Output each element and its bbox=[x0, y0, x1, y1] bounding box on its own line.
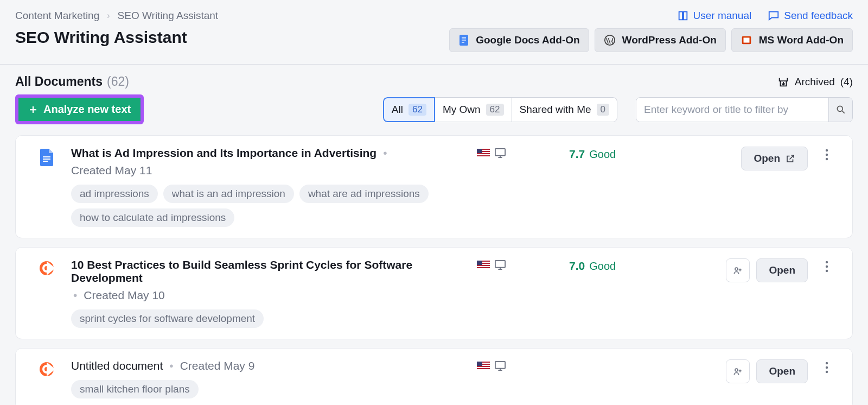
book-icon bbox=[677, 10, 689, 22]
filter-myown-label: My Own bbox=[443, 104, 481, 116]
score-label: Good bbox=[589, 148, 616, 161]
more-menu-button[interactable] bbox=[813, 359, 840, 374]
archived-count: (4) bbox=[840, 76, 853, 88]
keyword-tag[interactable]: how to calculate ad impressions bbox=[71, 208, 234, 227]
search-input[interactable] bbox=[636, 98, 828, 122]
svg-point-32 bbox=[826, 261, 828, 263]
svg-rect-44 bbox=[495, 362, 505, 369]
svg-point-33 bbox=[826, 265, 828, 268]
separator-dot: • bbox=[169, 359, 173, 372]
filter-tab-shared[interactable]: Shared with Me 0 bbox=[512, 97, 617, 122]
score-value: 7.0 bbox=[569, 260, 585, 273]
breadcrumb-root[interactable]: Content Marketing bbox=[15, 10, 99, 22]
document-title[interactable]: What is Ad Impression and Its Importance… bbox=[71, 147, 376, 160]
document-title-row: What is Ad Impression and Its Importance… bbox=[71, 147, 471, 177]
svg-rect-29 bbox=[477, 261, 482, 265]
svg-rect-1 bbox=[462, 37, 466, 39]
page-header: User manual Send feedback Content Market… bbox=[0, 0, 868, 60]
document-main: What is Ad Impression and Its Importance… bbox=[71, 147, 471, 227]
desktop-icon bbox=[494, 360, 506, 371]
flag-us-icon bbox=[477, 261, 490, 269]
semrush-icon bbox=[28, 258, 66, 277]
user-manual-link[interactable]: User manual bbox=[677, 10, 752, 22]
svg-point-48 bbox=[826, 371, 828, 373]
archived-label: Archived bbox=[795, 76, 835, 88]
keyword-tag[interactable]: what are ad impressions bbox=[299, 185, 429, 203]
svg-rect-14 bbox=[477, 154, 490, 155]
document-main: 10 Best Practices to Build Seamless Spri… bbox=[71, 258, 471, 328]
chevron-right-icon: › bbox=[107, 11, 110, 21]
svg-point-31 bbox=[735, 268, 738, 270]
open-button[interactable]: Open bbox=[741, 147, 808, 170]
desktop-icon bbox=[494, 260, 506, 270]
score-label: Good bbox=[589, 260, 616, 273]
open-label: Open bbox=[769, 365, 795, 377]
controls-row: Analyze new text All 62 My Own 62 Shared… bbox=[0, 94, 868, 135]
document-title[interactable]: Untitled document bbox=[71, 359, 163, 372]
keyword-tag[interactable]: sprint cycles for software development bbox=[71, 309, 264, 328]
svg-rect-6 bbox=[743, 37, 749, 42]
score-value: 7.7 bbox=[569, 148, 585, 161]
document-title-row: 10 Best Practices to Build Seamless Spri… bbox=[71, 258, 471, 302]
send-feedback-link[interactable]: Send feedback bbox=[768, 10, 853, 22]
more-menu-button[interactable] bbox=[813, 147, 840, 161]
open-label: Open bbox=[754, 153, 780, 164]
document-created: Created May 11 bbox=[71, 164, 152, 177]
document-title-row: Untitled document•Created May 9 bbox=[71, 359, 471, 372]
svg-rect-10 bbox=[43, 161, 48, 162]
filter-tabs: All 62 My Own 62 Shared with Me 0 bbox=[383, 97, 617, 122]
share-button[interactable] bbox=[726, 359, 750, 383]
search-wrap bbox=[636, 97, 853, 122]
svg-rect-8 bbox=[43, 156, 50, 157]
open-label: Open bbox=[769, 264, 795, 276]
plus-icon bbox=[28, 105, 38, 115]
svg-rect-27 bbox=[477, 266, 490, 267]
open-button[interactable]: Open bbox=[756, 359, 808, 383]
more-menu-button[interactable] bbox=[813, 258, 840, 273]
keyword-tag[interactable]: ad impressions bbox=[71, 185, 158, 203]
score-cell: 7.0Good bbox=[569, 258, 688, 273]
document-card: Untitled document•Created May 9small kit… bbox=[15, 348, 853, 405]
locale-cell bbox=[477, 258, 564, 270]
svg-point-46 bbox=[826, 362, 828, 364]
filter-shared-count: 0 bbox=[597, 104, 609, 116]
filter-all-count: 62 bbox=[409, 104, 426, 116]
svg-rect-30 bbox=[495, 261, 505, 268]
breadcrumb-current[interactable]: SEO Writing Assistant bbox=[118, 10, 219, 22]
msword-addon-label: MS Word Add-On bbox=[759, 34, 844, 46]
google-doc-icon bbox=[28, 147, 66, 167]
filter-myown-count: 62 bbox=[486, 104, 504, 116]
svg-rect-16 bbox=[477, 149, 482, 153]
google-docs-addon-button[interactable]: Google Docs Add-On bbox=[449, 28, 589, 52]
keyword-tag[interactable]: small kitchen floor plans bbox=[71, 380, 199, 398]
wordpress-icon bbox=[604, 34, 616, 46]
wordpress-addon-button[interactable]: WordPress Add-On bbox=[595, 28, 726, 52]
more-vertical-icon bbox=[825, 362, 828, 374]
google-docs-icon bbox=[458, 34, 469, 47]
search-button[interactable] bbox=[828, 98, 852, 122]
locale-cell bbox=[477, 359, 564, 371]
document-card: What is Ad Impression and Its Importance… bbox=[15, 135, 853, 238]
open-button[interactable]: Open bbox=[756, 258, 808, 282]
subheader: All Documents (62) Archived (4) bbox=[0, 65, 868, 94]
document-main: Untitled document•Created May 9small kit… bbox=[71, 359, 471, 398]
filter-tab-my-own[interactable]: My Own 62 bbox=[435, 97, 512, 122]
tag-row: small kitchen floor plans bbox=[71, 380, 471, 398]
document-list: What is Ad Impression and Its Importance… bbox=[0, 135, 868, 405]
svg-point-4 bbox=[604, 35, 614, 45]
keyword-tag[interactable]: what is an ad impression bbox=[163, 185, 294, 203]
addon-buttons: Google Docs Add-On WordPress Add-On MS W… bbox=[449, 28, 853, 52]
svg-point-34 bbox=[826, 270, 828, 272]
wordpress-addon-label: WordPress Add-On bbox=[622, 34, 717, 46]
document-title[interactable]: 10 Best Practices to Build Seamless Spri… bbox=[71, 258, 471, 284]
actions-cell: Open bbox=[694, 359, 808, 383]
analyze-new-text-button[interactable]: Analyze new text bbox=[18, 98, 141, 121]
filter-tab-all[interactable]: All 62 bbox=[383, 97, 435, 122]
archive-icon bbox=[777, 76, 789, 88]
share-button[interactable] bbox=[726, 258, 750, 282]
msword-addon-button[interactable]: MS Word Add-On bbox=[731, 28, 853, 52]
svg-point-19 bbox=[826, 154, 828, 156]
filter-all-label: All bbox=[392, 104, 403, 116]
archived-link[interactable]: Archived (4) bbox=[777, 76, 853, 88]
svg-rect-9 bbox=[43, 159, 50, 160]
